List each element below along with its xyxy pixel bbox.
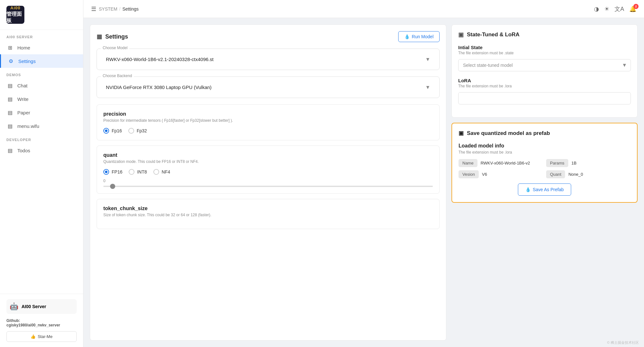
- right-panel: ▣ State-Tuned & LoRA Intial State The fi…: [451, 24, 638, 341]
- star-me-button[interactable]: 👍 Star-Me: [6, 331, 77, 342]
- settings-icon: ⚙: [7, 58, 14, 65]
- model-version-value: V6: [482, 172, 487, 177]
- quant-nf4-radio[interactable]: [153, 169, 159, 175]
- save-as-prefab-button[interactable]: 💧 Save As Prefab: [518, 183, 571, 196]
- brightness-icon[interactable]: ☀: [604, 5, 609, 13]
- precision-fp32-radio[interactable]: [128, 128, 134, 134]
- choose-model-select[interactable]: RWKV-x060-World-1B6-v2.1-20240328-ctx409…: [102, 54, 434, 65]
- model-version-item: Vesion V6: [459, 170, 543, 178]
- translate-icon[interactable]: 文A: [614, 5, 624, 13]
- quant-nf4-option[interactable]: NF4: [153, 169, 170, 175]
- sidebar-item-menu-wifu[interactable]: ▤ menu.wifu: [0, 119, 83, 133]
- quant-nf4-label: NF4: [162, 169, 170, 174]
- run-model-icon: 💧: [404, 34, 410, 39]
- chat-icon: ▤: [6, 82, 13, 89]
- prefab-card: ▣ Save quantized model as prefab Loaded …: [451, 123, 638, 203]
- paper-icon: ▤: [6, 109, 13, 116]
- breadcrumb-current: Settings: [122, 6, 139, 12]
- section-label-server: AI00 SERVER: [0, 30, 83, 41]
- sidebar-item-home[interactable]: ⊞ Home: [0, 41, 83, 54]
- settings-title-icon: ▦: [97, 33, 102, 40]
- sidebar-item-settings-label: Settings: [18, 58, 36, 64]
- sidebar-item-write[interactable]: ▤ Write: [0, 92, 83, 106]
- precision-fp16-option[interactable]: Fp16: [103, 128, 122, 134]
- model-info-grid: Name RWKV-x060-World-1B6-v2 Params 1B Ve…: [459, 159, 631, 178]
- main-area: ☰ SYSTEM / Settings ◑ ☀ 文A 🔔 2 ▦ Setting…: [83, 0, 644, 347]
- state-lora-icon: ▣: [458, 31, 464, 38]
- star-me-label: Star-Me: [38, 334, 52, 339]
- quant-fp16-option[interactable]: FP16: [103, 169, 122, 175]
- write-icon: ▤: [6, 95, 13, 102]
- initial-state-title: Intial State: [458, 45, 631, 50]
- breadcrumb-sep: /: [119, 6, 121, 12]
- precision-title: precision: [103, 111, 433, 117]
- section-label-demos: DEMOS: [0, 68, 83, 79]
- quant-slider-thumb[interactable]: [110, 184, 115, 189]
- sidebar-item-todos[interactable]: ▤ Todos: [0, 144, 83, 157]
- loaded-model-info-section: Loaded model info The file extension mus…: [459, 143, 631, 196]
- sidebar-item-todos-label: Todos: [17, 148, 30, 153]
- sidebar: Ai00 管理面板 AI00 SERVER ⊞ Home ⚙ Settings …: [0, 0, 83, 347]
- model-quant-label: Quant: [546, 170, 565, 178]
- github-label: Github:: [6, 318, 20, 323]
- breadcrumb-root[interactable]: SYSTEM: [99, 6, 117, 12]
- quant-section: quant Quantization mode. This could be F…: [97, 146, 440, 194]
- prefab-title-icon: ▣: [459, 130, 464, 137]
- quant-int8-label: INT8: [137, 169, 147, 174]
- choose-backend-select[interactable]: NVIDIA GeForce RTX 3080 Laptop GPU (Vulk…: [102, 82, 434, 93]
- theme-toggle-icon[interactable]: ◑: [594, 5, 599, 13]
- notification-badge: 2: [633, 4, 639, 9]
- sidebar-item-chat-label: Chat: [17, 83, 28, 88]
- token-chunk-title: token_chunk_size: [103, 206, 433, 211]
- sidebar-item-write-label: Write: [17, 96, 29, 102]
- choose-backend-group: Choose Backend NVIDIA GeForce RTX 3080 L…: [97, 76, 440, 98]
- sidebar-item-paper-label: Paper: [17, 110, 30, 115]
- precision-desc: Precision for intermediate tensors ( Fp1…: [103, 118, 433, 123]
- quant-slider-track[interactable]: [103, 186, 433, 187]
- save-prefab-icon: 💧: [525, 187, 531, 192]
- content-area: ▦ Settings 💧 Run Model Choose Model RWKV…: [83, 18, 644, 347]
- run-model-label: Run Model: [412, 34, 434, 39]
- footer-text: © 稀土掘金技术社区: [607, 340, 639, 345]
- quant-fp16-radio[interactable]: [103, 169, 109, 175]
- settings-title-text: Settings: [105, 33, 128, 40]
- precision-fp16-radio[interactable]: [103, 128, 109, 134]
- model-name-value: RWKV-x060-World-1B6-v2: [481, 161, 530, 165]
- notification-icon[interactable]: 🔔 2: [629, 5, 636, 13]
- app-logo: Ai00 管理面板: [6, 6, 24, 24]
- state-lora-card: ▣ State-Tuned & LoRA Intial State The fi…: [451, 24, 638, 118]
- lora-input[interactable]: [458, 92, 631, 104]
- quant-int8-radio[interactable]: [129, 169, 134, 175]
- settings-panel-title: ▦ Settings: [97, 33, 128, 40]
- sidebar-section-server: AI00 SERVER ⊞ Home ⚙ Settings: [0, 30, 83, 68]
- github-url: cgisky1980/ai00_rwkv_server: [6, 323, 60, 327]
- sidebar-section-developer: DEVELOPER ▤ Todos: [0, 133, 83, 157]
- model-params-item: Params 1B: [546, 159, 631, 167]
- quant-title: quant: [103, 152, 433, 158]
- precision-fp32-option[interactable]: Fp32: [128, 128, 147, 134]
- quant-int8-option[interactable]: INT8: [129, 169, 147, 175]
- initial-state-select[interactable]: Select state-tuned model: [458, 59, 631, 71]
- settings-left-panel: ▦ Settings 💧 Run Model Choose Model RWKV…: [90, 24, 446, 341]
- run-model-button[interactable]: 💧 Run Model: [398, 31, 440, 42]
- model-quant-value: None_0: [568, 172, 583, 177]
- sidebar-item-home-label: Home: [17, 45, 30, 50]
- model-params-value: 1B: [571, 161, 577, 165]
- save-prefab-label: Save As Prefab: [533, 187, 564, 192]
- server-card-icon: 🤖: [10, 302, 18, 311]
- sidebar-item-paper[interactable]: ▤ Paper: [0, 106, 83, 119]
- quant-desc: Quantization mode. This could be FP16 or…: [103, 159, 433, 164]
- model-quant-item: Quant None_0: [546, 170, 631, 178]
- breadcrumb: SYSTEM / Settings: [99, 6, 139, 12]
- sidebar-item-chat[interactable]: ▤ Chat: [0, 79, 83, 92]
- initial-state-section: Intial State The file extension must be …: [458, 45, 631, 71]
- sidebar-bottom: 🤖 AI00 Server Github: cgisky1980/ai00_rw…: [0, 294, 83, 347]
- settings-panel-header: ▦ Settings 💧 Run Model: [97, 31, 440, 42]
- quant-radio-group: FP16 INT8 NF4: [103, 169, 433, 175]
- menu-toggle-icon[interactable]: ☰: [91, 5, 96, 13]
- logo-top-text: Ai00: [10, 5, 20, 11]
- sidebar-logo: Ai00 管理面板: [0, 0, 83, 30]
- save-prefab-container: 💧 Save As Prefab: [459, 183, 631, 196]
- model-params-label: Params: [546, 159, 568, 167]
- sidebar-item-settings[interactable]: ⚙ Settings: [0, 54, 83, 68]
